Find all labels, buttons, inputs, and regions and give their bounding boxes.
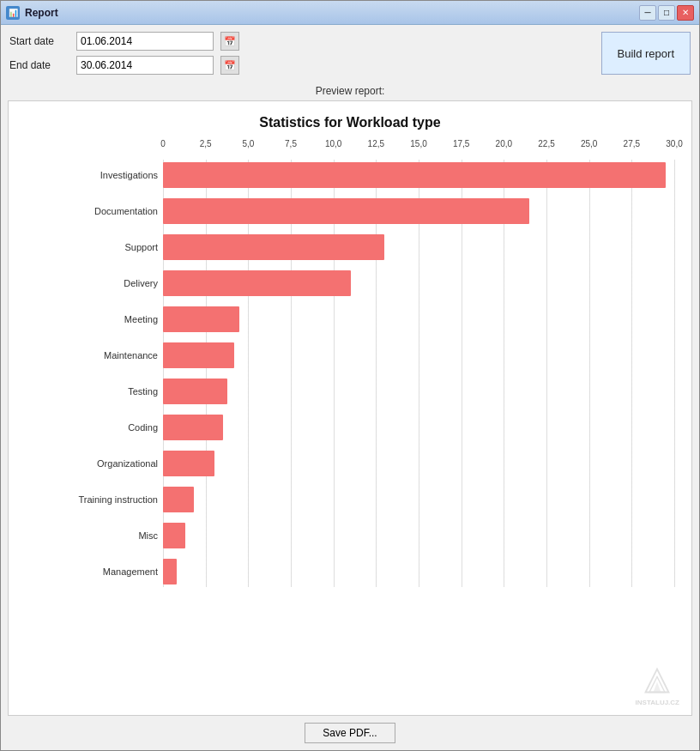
svg-marker-2 [654,682,661,693]
content-area: Start date 📅 End date 📅 Build report Pre… [1,25,699,750]
minimize-button[interactable]: ─ [639,5,656,21]
x-axis-label: 22,5 [538,139,554,148]
preview-label: Preview report: [1,85,699,97]
end-date-calendar-button[interactable]: 📅 [220,56,239,75]
bar-row: Misc [163,520,674,551]
bottom-bar: Save PDF... [1,716,699,750]
x-axis-label: 30,0 [666,139,682,148]
bar-row: Investigations [163,160,674,191]
bar-label: Investigations [29,170,158,180]
bar [163,487,194,512]
bar-label: Misc [29,530,158,541]
x-axis-label: 27,5 [624,139,640,148]
bar [163,270,351,296]
x-axis-label: 2,5 [200,139,212,148]
bar-label: Meeting [29,314,158,324]
main-window: 📊 Report ─ □ ✕ Start date 📅 End date 📅 [0,0,700,751]
bar-row: Testing [163,376,674,407]
chart-container[interactable]: Statistics for Workload type 02,55,07,51… [8,100,692,716]
window-icon: 📊 [6,6,20,20]
start-date-row: Start date 📅 [9,32,239,51]
bar-label: Testing [29,386,158,397]
bar-row: Management [163,556,674,587]
bar [163,559,177,584]
bar-label: Management [29,566,158,577]
bar-label: Training instruction [29,494,158,505]
bar [163,415,223,440]
x-axis-label: 17,5 [453,139,469,148]
x-axis-label: 12,5 [368,139,384,148]
bar-row: Delivery [163,268,674,299]
x-axis-label: 0 [160,139,166,148]
bar-row: Organizational [163,448,674,479]
x-axis-label: 25,0 [581,139,597,148]
maximize-button[interactable]: □ [658,5,675,21]
bar [163,523,185,548]
bar [163,162,666,188]
start-date-input[interactable] [76,32,214,51]
chart-title: Statistics for Workload type [26,115,674,130]
bar-row: Coding [163,412,674,443]
bar [163,451,214,476]
bar-label: Delivery [29,278,158,288]
bar-label: Support [29,242,158,252]
grid-line [674,160,675,587]
bar-label: Coding [29,422,158,433]
bars-area: InvestigationsDocumentationSupportDelive… [163,160,674,587]
close-button[interactable]: ✕ [677,5,694,21]
bar [163,234,384,260]
build-report-button[interactable]: Build report [601,32,691,75]
x-axis-label: 20,0 [496,139,512,148]
bar-label: Documentation [29,206,158,216]
end-date-row: End date 📅 [9,56,239,75]
x-axis-label: 7,5 [285,139,297,148]
x-axis-label: 5,0 [242,139,254,148]
save-pdf-button[interactable]: Save PDF... [305,723,395,743]
watermark-text: INSTALUJ.CZ [636,699,679,706]
x-axis-label: 15,0 [410,139,426,148]
bar [163,306,239,332]
top-controls: Start date 📅 End date 📅 Build report [1,25,699,82]
end-date-label: End date [9,59,69,71]
start-date-label: Start date [9,35,69,47]
bar-row: Maintenance [163,340,674,371]
bar-row: Documentation [163,196,674,227]
bar-row: Meeting [163,304,674,335]
bar [163,379,227,404]
end-date-input[interactable] [76,56,214,75]
bar-row: Training instruction [163,484,674,515]
bar [163,198,529,224]
bar [163,342,234,368]
watermark: INSTALUJ.CZ [636,665,679,706]
window-title: Report [25,7,58,19]
bar-label: Maintenance [29,350,158,360]
title-buttons: ─ □ ✕ [639,5,694,21]
title-bar-left: 📊 Report [6,6,58,20]
bar-row: Support [163,232,674,263]
x-axis-label: 10,0 [325,139,341,148]
x-axis-labels: 02,55,07,510,012,515,017,520,022,525,027… [163,139,674,156]
bar-label: Organizational [29,458,158,469]
title-bar: 📊 Report ─ □ ✕ [1,1,699,25]
chart-inner: Statistics for Workload type 02,55,07,51… [9,101,691,715]
form-fields: Start date 📅 End date 📅 [9,32,239,75]
start-date-calendar-button[interactable]: 📅 [220,32,239,51]
